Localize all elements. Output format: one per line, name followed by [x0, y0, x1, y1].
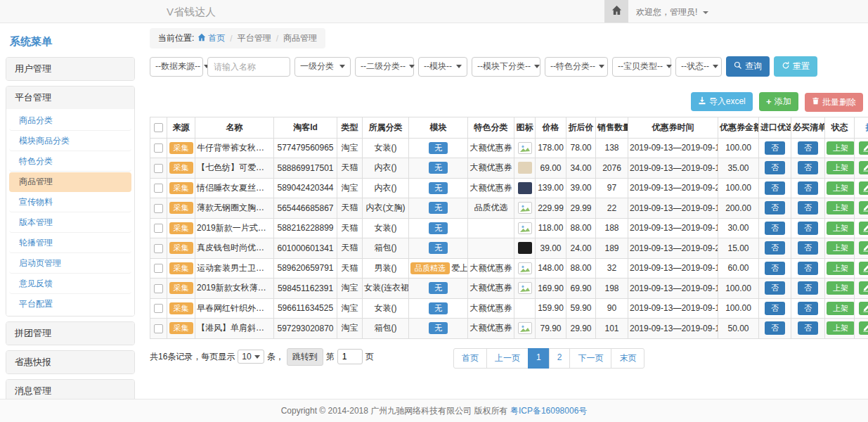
page-button-1[interactable]: 1 — [528, 348, 550, 369]
category-cell: 内衣() — [363, 178, 409, 198]
edit-button[interactable] — [859, 181, 868, 195]
edit-button[interactable] — [859, 281, 868, 295]
edit-button[interactable] — [859, 161, 868, 174]
table-row: 采集2019新款女秋薄款...598451162391淘宝女装(连衣裙)无大额优… — [150, 279, 868, 299]
import-select-toggle[interactable]: 否 — [765, 201, 785, 215]
jump-button[interactable]: 跳转到 — [287, 348, 323, 366]
discount-price-cell: 24.00 — [566, 238, 596, 259]
status-toggle[interactable]: 上架 — [827, 201, 855, 215]
row-checkbox[interactable] — [154, 304, 163, 313]
sidebar-group-header-platform[interactable]: 平台管理 — [6, 87, 134, 109]
page-button-末页[interactable]: 末页 — [611, 348, 644, 369]
import-select-toggle[interactable]: 否 — [765, 321, 785, 335]
import-excel-button[interactable]: 导入excel — [691, 92, 753, 111]
status-toggle[interactable]: 上架 — [827, 161, 855, 174]
import-select-toggle[interactable]: 否 — [765, 262, 785, 275]
row-checkbox[interactable] — [154, 143, 163, 153]
chevron-down-icon — [599, 65, 604, 68]
page-button-下一页[interactable]: 下一页 — [569, 348, 611, 369]
import-select-toggle[interactable]: 否 — [765, 161, 785, 174]
must-buy-toggle[interactable]: 否 — [798, 161, 818, 174]
import-select-toggle[interactable]: 否 — [765, 181, 785, 195]
sidebar-item-轮播管理[interactable]: 轮播管理 — [9, 234, 131, 253]
must-buy-toggle[interactable]: 否 — [798, 241, 818, 255]
reset-button[interactable]: 重置 — [774, 56, 817, 77]
edit-button[interactable] — [859, 262, 868, 275]
add-button[interactable]: + 添加 — [759, 92, 798, 111]
filter-select-status[interactable]: --状态-- — [675, 57, 722, 77]
row-checkbox[interactable] — [154, 244, 163, 253]
filter-select-level1[interactable]: 一级分类 — [294, 57, 351, 77]
filter-select-feature[interactable]: --特色分类-- — [545, 57, 608, 77]
must-buy-toggle[interactable]: 否 — [798, 181, 818, 195]
status-toggle[interactable]: 上架 — [827, 262, 855, 275]
import-select-toggle[interactable]: 否 — [765, 302, 785, 315]
status-toggle[interactable]: 上架 — [827, 241, 855, 255]
sidebar-item-平台配置[interactable]: 平台配置 — [9, 295, 131, 314]
page-button-上一页[interactable]: 上一页 — [486, 348, 529, 369]
user-menu[interactable]: 欢迎您，管理员! — [636, 6, 708, 18]
sidebar-item-特色分类[interactable]: 特色分类 — [9, 152, 131, 172]
import-select-toggle[interactable]: 否 — [765, 241, 785, 255]
sidebar-item-意见反馈[interactable]: 意见反馈 — [9, 274, 131, 294]
sidebar-item-商品管理[interactable]: 商品管理 — [9, 172, 131, 192]
filter-select-module-sub[interactable]: --模块下分类-- — [472, 57, 540, 77]
edit-button[interactable] — [859, 321, 868, 335]
must-buy-toggle[interactable]: 否 — [798, 281, 818, 295]
edit-button[interactable] — [859, 222, 868, 235]
sidebar-group-header-groupbuy[interactable]: 拼团管理 — [6, 322, 134, 345]
status-toggle[interactable]: 上架 — [827, 222, 855, 235]
edit-button[interactable] — [859, 201, 868, 215]
must-buy-toggle[interactable]: 否 — [798, 141, 818, 155]
edit-button[interactable] — [859, 141, 868, 155]
icp-link[interactable]: 粤ICP备16098006号 — [510, 405, 587, 417]
import-select-toggle[interactable]: 否 — [765, 222, 785, 235]
must-buy-toggle[interactable]: 否 — [798, 321, 818, 335]
filter-select-module[interactable]: --模块-- — [418, 57, 467, 77]
filter-select-item-type[interactable]: --宝贝类型-- — [612, 57, 671, 77]
product-name-cell: 运动套装男士卫衣初秋... — [195, 258, 274, 279]
row-checkbox[interactable] — [154, 264, 163, 273]
import-select-toggle[interactable]: 否 — [765, 281, 785, 295]
page-button-2[interactable]: 2 — [549, 348, 571, 369]
status-toggle[interactable]: 上架 — [827, 281, 855, 295]
must-buy-toggle[interactable]: 否 — [798, 302, 818, 315]
import-select-toggle[interactable]: 否 — [765, 141, 785, 155]
status-toggle[interactable]: 上架 — [827, 141, 855, 155]
must-buy-toggle[interactable]: 否 — [798, 262, 818, 275]
sidebar-item-模块商品分类[interactable]: 模块商品分类 — [9, 132, 131, 151]
status-toggle[interactable]: 上架 — [827, 181, 855, 195]
select-all-checkbox[interactable] — [154, 123, 163, 132]
must-buy-toggle[interactable]: 否 — [798, 201, 818, 215]
page-number-input[interactable] — [337, 349, 363, 364]
filter-select-level2[interactable]: --二级分类-- — [355, 57, 414, 77]
row-checkbox[interactable] — [154, 204, 163, 213]
sidebar-item-版本管理[interactable]: 版本管理 — [9, 213, 131, 233]
batch-delete-button[interactable]: 批量删除 — [805, 93, 863, 112]
must-buy-toggle[interactable]: 否 — [798, 222, 818, 235]
sidebar-item-商品分类[interactable]: 商品分类 — [9, 111, 131, 131]
edit-button[interactable] — [859, 302, 868, 315]
home-button[interactable] — [604, 0, 628, 23]
breadcrumb-home-link[interactable]: 首页 — [197, 32, 225, 44]
status-toggle[interactable]: 上架 — [827, 302, 855, 315]
sidebar-item-宣传物料[interactable]: 宣传物料 — [9, 193, 131, 212]
sidebar-group-header-express[interactable]: 省惠快报 — [6, 351, 134, 373]
row-checkbox[interactable] — [154, 164, 163, 173]
page-size-select[interactable]: 10 — [238, 350, 264, 364]
page-button-首页[interactable]: 首页 — [453, 348, 487, 369]
status-toggle[interactable]: 上架 — [827, 321, 855, 335]
module-badge: 品质精选 — [410, 262, 450, 274]
row-checkbox[interactable] — [154, 184, 163, 193]
filter-input-name[interactable] — [207, 57, 290, 77]
row-checkbox[interactable] — [154, 324, 163, 333]
price-cell: 118.00 — [536, 218, 566, 238]
row-checkbox[interactable] — [154, 224, 163, 233]
taoke-id-cell: 588216228899 — [274, 218, 337, 238]
row-checkbox[interactable] — [154, 284, 163, 293]
query-button[interactable]: 查询 — [726, 56, 770, 77]
sidebar-item-启动页管理[interactable]: 启动页管理 — [9, 254, 131, 274]
edit-button[interactable] — [859, 241, 868, 255]
filter-select-data-source[interactable]: --数据来源-- — [150, 57, 203, 77]
sidebar-group-header-user[interactable]: 用户管理 — [6, 58, 134, 80]
